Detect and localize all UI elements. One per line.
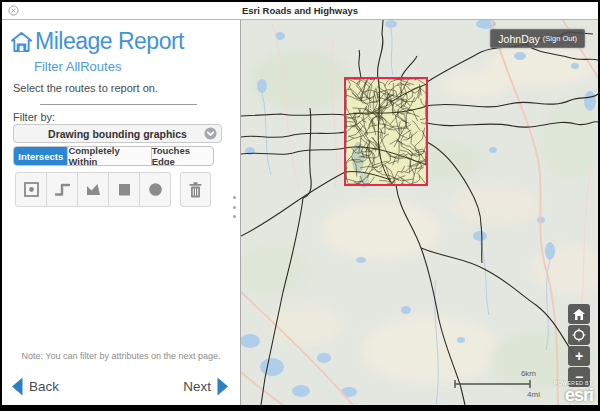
filter-by-label: Filter by: bbox=[13, 111, 55, 123]
tab-completely-within[interactable]: Completely Within bbox=[68, 147, 151, 165]
back-label: Back bbox=[29, 379, 59, 394]
home-extent-icon bbox=[573, 309, 585, 320]
sign-out-link[interactable]: (Sign Out) bbox=[543, 34, 577, 43]
rectangle-tool-button[interactable] bbox=[108, 172, 140, 207]
instruction-text: Select the routes to report on. bbox=[13, 82, 158, 94]
window-titlebar: Esri Roads and Highways bbox=[2, 2, 598, 20]
separator-line bbox=[40, 104, 197, 105]
panel-header: Mileage Report bbox=[11, 28, 184, 55]
filter-method-dropdown[interactable]: Drawing bounding graphics bbox=[13, 124, 222, 143]
polyline-icon bbox=[54, 181, 71, 198]
home-icon bbox=[11, 32, 32, 52]
zoom-in-button[interactable]: + bbox=[568, 346, 590, 366]
user-name: JohnDay bbox=[498, 33, 539, 45]
scale-bar: 6km 4mi bbox=[454, 371, 546, 397]
tab-intersects[interactable]: Intersects bbox=[14, 147, 68, 165]
panel-resize-handle[interactable] bbox=[231, 196, 237, 218]
locate-icon bbox=[572, 328, 586, 342]
trash-icon bbox=[187, 181, 204, 199]
rectangle-icon bbox=[116, 181, 133, 198]
next-button[interactable]: Next bbox=[183, 377, 229, 396]
basemap-graphics bbox=[241, 20, 598, 405]
locate-button[interactable] bbox=[568, 325, 590, 345]
scale-mi-label: 4mi bbox=[527, 390, 540, 399]
powered-by-label: POWERED BY bbox=[554, 381, 593, 386]
polygon-icon bbox=[85, 181, 102, 198]
next-label: Next bbox=[183, 379, 211, 394]
wizard-footer: Back Next bbox=[2, 377, 240, 403]
home-extent-button[interactable] bbox=[568, 304, 590, 324]
polyline-tool-button[interactable] bbox=[46, 172, 78, 207]
app-window: Mileage Report Filter AllRoutes Select t… bbox=[2, 20, 598, 405]
esri-logo: POWERED BY esri bbox=[554, 381, 593, 404]
spatial-relation-tabs: Intersects Completely Within Touches Edg… bbox=[13, 146, 214, 166]
circle-icon bbox=[147, 181, 164, 198]
draw-toolbar bbox=[15, 172, 211, 207]
user-button[interactable]: JohnDay (Sign Out) bbox=[490, 29, 585, 48]
scale-km-label: 6km bbox=[521, 369, 536, 378]
map-controls: + − bbox=[568, 304, 590, 388]
note-text: Note: You can filter by attributes on th… bbox=[2, 351, 240, 361]
back-arrow-icon bbox=[11, 377, 23, 396]
circle-tool-button[interactable] bbox=[139, 172, 171, 207]
page-subtitle: Filter AllRoutes bbox=[34, 59, 121, 74]
esri-brand-text: esri bbox=[554, 386, 593, 404]
back-button[interactable]: Back bbox=[11, 377, 59, 396]
page-title: Mileage Report bbox=[35, 28, 184, 55]
chevron-down-icon bbox=[204, 127, 217, 140]
window-title: Esri Roads and Highways bbox=[242, 5, 358, 16]
dropdown-selected-value: Drawing bounding graphics bbox=[48, 128, 187, 140]
clear-graphics-button[interactable] bbox=[180, 172, 211, 207]
extent-point-tool-button[interactable] bbox=[15, 172, 47, 207]
close-icon[interactable] bbox=[8, 5, 19, 16]
next-arrow-icon bbox=[217, 377, 229, 396]
extent-point-icon bbox=[23, 181, 40, 198]
map-canvas[interactable]: JohnDay (Sign Out) + − 6km 4 bbox=[241, 20, 598, 405]
tab-touches-edge[interactable]: Touches Edge bbox=[152, 147, 213, 165]
mileage-report-panel: Mileage Report Filter AllRoutes Select t… bbox=[2, 20, 241, 405]
polygon-tool-button[interactable] bbox=[77, 172, 109, 207]
